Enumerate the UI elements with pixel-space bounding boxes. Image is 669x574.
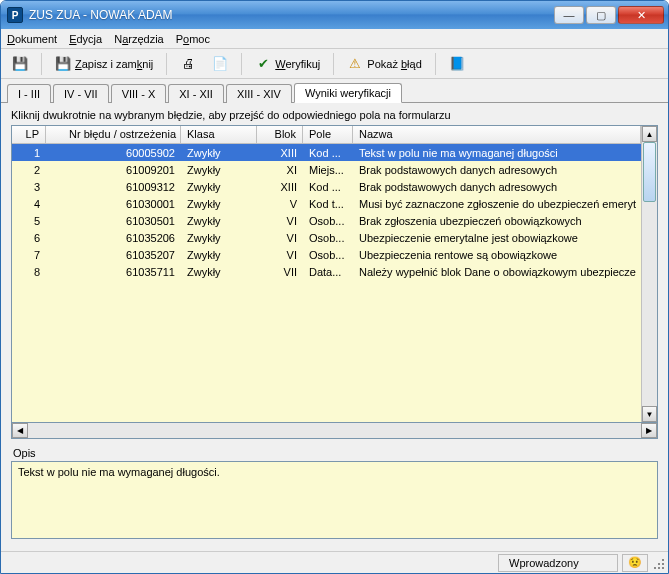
cell: 4: [12, 197, 46, 211]
cell: VI: [257, 248, 303, 262]
show-error-label: Pokaż błąd: [367, 58, 421, 70]
cell: 61030001: [46, 197, 181, 211]
help-icon: 📘: [449, 56, 465, 72]
cell: 61009312: [46, 180, 181, 194]
cell: Kod t...: [303, 197, 353, 211]
cell: 61035207: [46, 248, 181, 262]
print-preview-button[interactable]: 📄: [205, 52, 235, 76]
tab-xi-xii[interactable]: XI - XII: [168, 84, 224, 103]
svg-rect-0: [662, 559, 664, 561]
cell: V: [257, 197, 303, 211]
col-blok[interactable]: Blok: [257, 126, 303, 143]
table-row[interactable]: 761035207ZwykłyVIOsob...Ubezpieczenia re…: [12, 246, 641, 263]
cell: Zwykły: [181, 180, 257, 194]
save-button[interactable]: 💾: [5, 52, 35, 76]
cell: 5: [12, 214, 46, 228]
cell: Ubezpieczenia rentowe są obowiązkowe: [353, 248, 641, 262]
grid-body[interactable]: 160005902ZwykłyXIIIKod ...Tekst w polu n…: [12, 144, 641, 422]
cell: 61035711: [46, 265, 181, 279]
cell: VI: [257, 231, 303, 245]
cell: Zwykły: [181, 248, 257, 262]
col-err[interactable]: Nr błędu / ostrzeżenia: [46, 126, 181, 143]
cell: Należy wypełnić blok Dane o obowiązkowym…: [353, 265, 641, 279]
horizontal-scrollbar[interactable]: ◀ ▶: [11, 423, 658, 439]
save-close-label: Zapisz i zamknij: [75, 58, 153, 70]
table-row[interactable]: 261009201ZwykłyXIMiejs...Brak podstawowy…: [12, 161, 641, 178]
app-window: P ZUS ZUA - NOWAK ADAM — ▢ ✕ Dokument Ed…: [0, 0, 669, 574]
cell: Osob...: [303, 248, 353, 262]
cell: Data...: [303, 265, 353, 279]
svg-rect-2: [662, 563, 664, 565]
cell: Zwykły: [181, 231, 257, 245]
save-close-icon: 💾: [55, 56, 71, 72]
description-box[interactable]: Tekst w polu nie ma wymaganej długości.: [11, 461, 658, 539]
cell: Zwykły: [181, 214, 257, 228]
scroll-down-icon[interactable]: ▼: [642, 406, 657, 422]
resize-grip-icon[interactable]: [652, 554, 668, 572]
menu-pomoc[interactable]: Pomoc: [176, 33, 210, 45]
help-button[interactable]: 📘: [442, 52, 472, 76]
scroll-thumb[interactable]: [643, 142, 656, 202]
tab-i-iii[interactable]: I - III: [7, 84, 51, 103]
vertical-scrollbar[interactable]: ▲ ▼: [641, 126, 657, 422]
menu-narzedzia[interactable]: Narzędzia: [114, 33, 164, 45]
cell: Miejs...: [303, 163, 353, 177]
menu-dokument[interactable]: Dokument: [7, 33, 57, 45]
cell: 8: [12, 265, 46, 279]
cell: 61030501: [46, 214, 181, 228]
error-grid: LP Nr błędu / ostrzeżenia Klasa Blok Pol…: [11, 125, 658, 423]
separator: [435, 53, 436, 75]
table-row[interactable]: 461030001ZwykłyVKod t...Musi być zaznacz…: [12, 195, 641, 212]
verify-button[interactable]: ✔ Weryfikuj: [248, 52, 327, 76]
cell: VI: [257, 214, 303, 228]
cell: 6: [12, 231, 46, 245]
col-lp[interactable]: LP: [12, 126, 46, 143]
col-pole[interactable]: Pole: [303, 126, 353, 143]
tab-viii-x[interactable]: VIII - X: [111, 84, 167, 103]
table-row[interactable]: 160005902ZwykłyXIIIKod ...Tekst w polu n…: [12, 144, 641, 161]
status-mood-icon: 😟: [622, 554, 648, 572]
scroll-right-icon[interactable]: ▶: [641, 423, 657, 438]
app-icon: P: [7, 7, 23, 23]
tab-iv-vii[interactable]: IV - VII: [53, 84, 109, 103]
status-state: Wprowadzony: [498, 554, 618, 572]
table-row[interactable]: 361009312ZwykłyXIIIKod ...Brak podstawow…: [12, 178, 641, 195]
svg-rect-4: [658, 567, 660, 569]
cell: XIII: [257, 146, 303, 160]
table-row[interactable]: 661035206ZwykłyVIOsob...Ubezpieczenie em…: [12, 229, 641, 246]
tab-xiii-xiv[interactable]: XIII - XIV: [226, 84, 292, 103]
table-row[interactable]: 561030501ZwykłyVIOsob...Brak zgłoszenia …: [12, 212, 641, 229]
window-title: ZUS ZUA - NOWAK ADAM: [29, 8, 554, 22]
content-area: Kliknij dwukrotnie na wybranym błędzie, …: [1, 103, 668, 551]
scroll-left-icon[interactable]: ◀: [12, 423, 28, 438]
close-button[interactable]: ✕: [618, 6, 664, 24]
cell: 61035206: [46, 231, 181, 245]
separator: [241, 53, 242, 75]
hscroll-track[interactable]: [28, 423, 641, 438]
cell: Brak zgłoszenia ubezpieczeń obowiązkowyc…: [353, 214, 641, 228]
hint-text: Kliknij dwukrotnie na wybranym błędzie, …: [11, 109, 658, 121]
tab-wyniki-weryfikacji[interactable]: Wyniki weryfikacji: [294, 83, 402, 103]
window-buttons: — ▢ ✕: [554, 6, 664, 24]
cell: Osob...: [303, 214, 353, 228]
scroll-up-icon[interactable]: ▲: [642, 126, 657, 142]
cell: Tekst w polu nie ma wymaganej długości: [353, 146, 641, 160]
svg-rect-1: [658, 563, 660, 565]
show-error-button[interactable]: ⚠ Pokaż błąd: [340, 52, 428, 76]
minimize-button[interactable]: —: [554, 6, 584, 24]
maximize-button[interactable]: ▢: [586, 6, 616, 24]
cell: Brak podstawowych danych adresowych: [353, 163, 641, 177]
table-row[interactable]: 861035711ZwykłyVIIData...Należy wypełnić…: [12, 263, 641, 280]
description-label: Opis: [13, 447, 658, 459]
cell: 60005902: [46, 146, 181, 160]
col-klasa[interactable]: Klasa: [181, 126, 257, 143]
cell: Zwykły: [181, 163, 257, 177]
col-nazwa[interactable]: Nazwa: [353, 126, 641, 143]
save-close-button[interactable]: 💾 Zapisz i zamknij: [48, 52, 160, 76]
titlebar[interactable]: P ZUS ZUA - NOWAK ADAM — ▢ ✕: [1, 1, 668, 29]
print-button[interactable]: 🖨: [173, 52, 203, 76]
cell: Zwykły: [181, 197, 257, 211]
menu-edycja[interactable]: Edycja: [69, 33, 102, 45]
cell: 3: [12, 180, 46, 194]
cell: 61009201: [46, 163, 181, 177]
